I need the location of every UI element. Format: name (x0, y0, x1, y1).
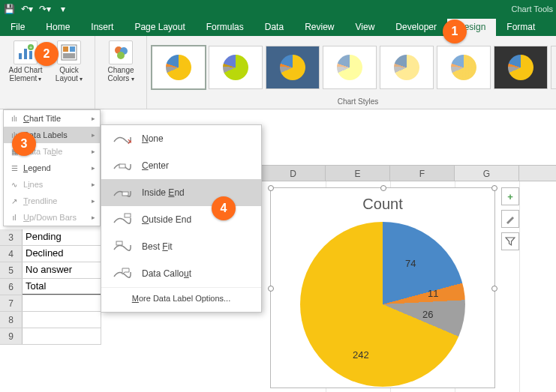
svg-rect-16 (116, 241, 122, 245)
row-header[interactable]: 3 (0, 229, 23, 245)
data-labels-none[interactable]: ✕ None (101, 125, 261, 152)
trendline-icon: ↗ (8, 195, 20, 207)
change-colors-label: Change Colors (107, 66, 134, 82)
row-header[interactable]: 4 (0, 246, 23, 262)
menu-lines-label: Lines (23, 180, 43, 189)
submenu-arrow-icon: ▸ (92, 148, 95, 155)
svg-rect-6 (63, 46, 68, 52)
submenu-arrow-icon: ▸ (92, 181, 95, 188)
quick-access-toolbar: 💾 ↶▾ ↷▾ ▾ (3, 3, 69, 15)
col-header-d[interactable]: D (261, 166, 326, 181)
legend-icon: ☰ (8, 162, 20, 174)
redo-icon[interactable]: ↷▾ (39, 3, 51, 15)
chart-title[interactable]: Count (271, 196, 494, 213)
col-header-g[interactable]: G (455, 166, 519, 181)
chart-style-2[interactable] (209, 46, 263, 89)
menu-chart-title-label: Chart Title (23, 114, 61, 123)
row-header[interactable]: 8 (0, 312, 23, 328)
tab-developer[interactable]: Developer (385, 19, 447, 36)
svg-text:✕: ✕ (127, 137, 131, 146)
svg-rect-14 (122, 192, 128, 196)
data-labels-inside-end-label: Inside End (142, 187, 185, 198)
col-header-f[interactable]: F (390, 166, 455, 181)
row-header[interactable]: 5 (0, 262, 23, 278)
menu-legend[interactable]: ☰ Legend ▸ (4, 160, 100, 176)
data-labels-best-fit[interactable]: Best Fit (101, 233, 261, 260)
submenu-arrow-icon: ▸ (92, 131, 95, 139)
table-row: 8 (0, 312, 101, 328)
qat-customize-icon[interactable]: ▾ (57, 3, 69, 15)
quick-layout-icon (57, 40, 81, 64)
data-labels-outside-end[interactable]: Outside End (101, 206, 261, 233)
table-row: 7 (0, 295, 101, 312)
col-header-e[interactable]: E (326, 166, 390, 181)
data-labels-inside-end[interactable]: Inside End (101, 179, 261, 206)
data-labels-center[interactable]: Center (101, 152, 261, 179)
row-header[interactable]: 7 (0, 295, 23, 311)
chart-styles-button[interactable] (501, 210, 519, 228)
tab-format[interactable]: Format (496, 19, 545, 36)
worksheet-partial: 3Pending 4Declined 5No answer 6Total 7 8… (0, 229, 101, 345)
pie-chart[interactable]: Count 74 11 26 242 (270, 187, 495, 388)
data-callout-icon (112, 266, 131, 281)
table-row: 3Pending (0, 229, 101, 246)
data-labels-data-callout-label: Data Callout (142, 268, 191, 279)
cell[interactable]: No answer (23, 262, 101, 278)
add-chart-element-menu: ılı Chart Title ▸ ılı Data Labels ▸ ▦ Da… (3, 109, 101, 226)
tab-file[interactable]: File (0, 19, 35, 36)
chart-style-7[interactable] (494, 46, 548, 89)
outside-end-icon (112, 212, 131, 227)
ribbon: + Add Chart Element Quick Layout Change … (0, 36, 556, 109)
data-labels-center-label: Center (142, 160, 169, 171)
chart-style-4[interactable] (323, 46, 377, 89)
chart-filters-button[interactable] (501, 232, 519, 250)
cell[interactable]: Total (23, 279, 101, 295)
chart-style-6[interactable] (437, 46, 491, 89)
svg-rect-0 (19, 53, 22, 59)
cell[interactable]: Declined (23, 246, 101, 262)
change-colors-button[interactable]: Change Colors (100, 39, 142, 107)
cell[interactable] (23, 312, 101, 328)
menu-chart-title[interactable]: ılı Chart Title ▸ (4, 110, 100, 127)
best-fit-icon (112, 239, 131, 254)
tab-data[interactable]: Data (254, 19, 294, 36)
row-header[interactable]: 9 (0, 328, 23, 344)
cell[interactable] (23, 328, 101, 344)
svg-rect-15 (125, 214, 131, 217)
callout-1: 1 (443, 19, 467, 43)
svg-text:+: + (29, 45, 32, 50)
chart-style-1[interactable] (152, 46, 206, 89)
cell[interactable] (23, 295, 101, 311)
tab-page-layout[interactable]: Page Layout (124, 19, 195, 36)
chart-styles-more[interactable]: ▴▾ (551, 46, 556, 89)
pie-slices[interactable] (300, 222, 465, 387)
chart-styles-group-label: Chart Styles (152, 96, 556, 107)
chart-style-5[interactable] (380, 46, 434, 89)
tab-review[interactable]: Review (294, 19, 344, 36)
ribbon-group-chart-styles: ▴▾ Chart Styles (147, 36, 556, 109)
chart-elements-button[interactable]: + (501, 187, 519, 205)
brush-icon (505, 214, 515, 224)
ribbon-tabs: File Home Insert Page Layout Formulas Da… (0, 18, 556, 36)
row-header[interactable]: 6 (0, 279, 23, 295)
tab-formulas[interactable]: Formulas (196, 19, 254, 36)
undo-icon[interactable]: ↶▾ (21, 3, 33, 15)
callout-4: 4 (212, 196, 236, 220)
tab-home[interactable]: Home (35, 19, 80, 36)
data-label: 11 (428, 288, 438, 299)
center-icon (112, 158, 131, 173)
chart-style-3[interactable] (266, 46, 320, 89)
callout-3: 3 (12, 132, 36, 156)
save-icon[interactable]: 💾 (3, 3, 15, 15)
pie-plot[interactable]: 74 11 26 242 (300, 222, 465, 387)
data-labels-more-options[interactable]: More Data Label Options... (101, 287, 261, 309)
svg-rect-7 (70, 46, 75, 52)
tab-insert[interactable]: Insert (80, 19, 124, 36)
data-label: 242 (353, 349, 369, 361)
data-labels-data-callout[interactable]: Data Callout (101, 260, 261, 287)
tab-view[interactable]: View (345, 19, 386, 36)
svg-rect-13 (119, 164, 125, 168)
cell[interactable]: Pending (23, 229, 101, 245)
data-labels-submenu: ✕ None Center Inside End Outside End Bes… (101, 124, 262, 313)
svg-rect-8 (63, 53, 75, 58)
